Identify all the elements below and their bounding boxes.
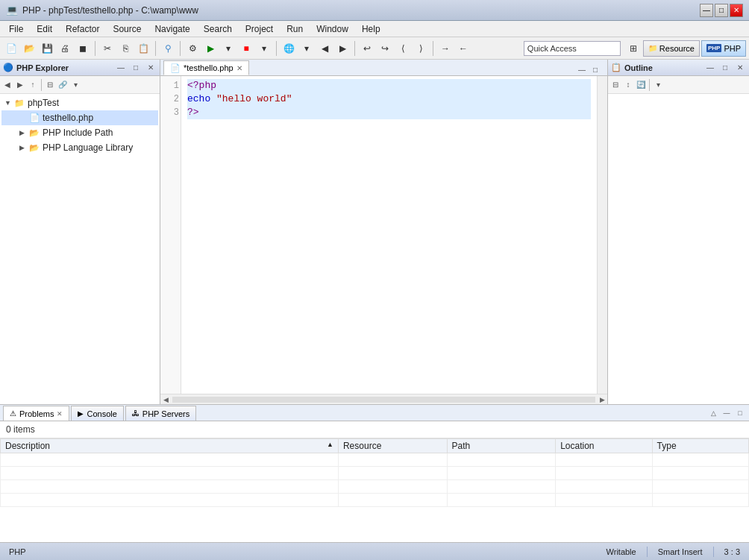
php-servers-label: PHP Servers — [142, 409, 189, 418]
toolbar-copy[interactable]: ⎘ — [117, 40, 134, 57]
toolbar-open[interactable]: 📂 — [21, 40, 37, 57]
bottom-tab-console[interactable]: ▶ Console — [71, 406, 123, 421]
tree-item-include-path[interactable]: ▶ 📂 PHP Include Path — [1, 125, 158, 140]
tree-label-include: PHP Include Path — [43, 128, 113, 138]
toolbar-cut[interactable]: ✂ — [99, 40, 116, 57]
hscroll-left[interactable]: ◀ — [160, 394, 171, 405]
editor-tab-testhello[interactable]: 📄 *testhello.php ✕ — [163, 60, 249, 75]
explorer-forward[interactable]: ▶ — [14, 79, 26, 91]
maximize-button[interactable]: □ — [715, 4, 728, 17]
hscroll-right[interactable]: ▶ — [597, 394, 607, 405]
bottom-tab-problems[interactable]: ⚠ Problems ✕ — [3, 406, 69, 421]
toolbar-browse-drop[interactable]: ▾ — [298, 40, 315, 57]
col-header-type[interactable]: Type — [652, 439, 748, 453]
bottom-panel-max[interactable]: □ — [734, 407, 746, 419]
editor-scrollbar-right[interactable] — [597, 76, 607, 394]
outline-minimize[interactable]: — — [704, 62, 716, 74]
hscroll-track[interactable] — [172, 397, 595, 403]
quick-access-box[interactable]: Quick Access — [524, 41, 621, 56]
col-header-path[interactable]: Path — [447, 439, 556, 453]
outline-maximize[interactable]: □ — [719, 62, 731, 74]
bottom-tab-php-servers[interactable]: 🖧 PHP Servers — [125, 406, 196, 421]
col-header-location[interactable]: Location — [556, 439, 652, 453]
explorer-link[interactable]: 🔗 — [57, 79, 69, 91]
tree-label-testhello: testhello.php — [43, 113, 93, 123]
perspective-php[interactable]: PHP PHP — [701, 40, 746, 57]
menu-search[interactable]: Search — [198, 22, 238, 36]
toolbar-nav-forward[interactable]: ⟩ — [413, 40, 429, 57]
toolbar-print[interactable]: 🖨 — [57, 40, 73, 57]
toolbar-run-btn[interactable]: ▶ — [202, 40, 219, 57]
menu-run[interactable]: Run — [281, 22, 309, 36]
editor-hscroll[interactable]: ◀ ▶ — [160, 394, 607, 404]
tree-item-testhello[interactable]: 📄 testhello.php — [1, 110, 158, 125]
menu-edit[interactable]: Edit — [31, 22, 58, 36]
toolbar-debug-drop[interactable]: ⚙ — [184, 40, 201, 57]
toolbar-undo[interactable]: ↩ — [359, 40, 375, 57]
tab-close-icon[interactable]: ✕ — [236, 64, 242, 72]
tab-header-controls: — □ — [576, 63, 601, 75]
tree-item-language-lib[interactable]: ▶ 📂 PHP Language Library — [1, 140, 158, 155]
perspective-settings[interactable]: ⊞ — [625, 40, 642, 57]
tree-item-phptest[interactable]: ▼ 📁 phpTest — [1, 95, 158, 110]
menu-project[interactable]: Project — [239, 22, 279, 36]
menu-window[interactable]: Window — [310, 22, 354, 36]
php-icon: PHP — [706, 44, 721, 52]
menu-source[interactable]: Source — [107, 22, 147, 36]
cell-desc-3 — [1, 480, 339, 494]
app-icon: 💻 — [6, 4, 18, 16]
toolbar-back[interactable]: ◀ — [316, 40, 333, 57]
status-bar: PHP Writable Smart Insert 3 : 3 — [0, 542, 749, 560]
col-header-resource[interactable]: Resource — [338, 439, 447, 453]
explorer-menu-drop[interactable]: ▾ — [69, 79, 81, 91]
center-panel: 📄 *testhello.php ✕ — □ 1 2 3 <?php echo … — [160, 60, 607, 404]
perspective-resource[interactable]: 📁 Resource — [643, 40, 700, 57]
explorer-collapse[interactable]: ⊟ — [44, 79, 56, 91]
outline-menu[interactable]: ▾ — [652, 79, 664, 91]
toolbar-nav-back[interactable]: ⟨ — [395, 40, 411, 57]
explorer-maximize[interactable]: □ — [130, 62, 142, 74]
toolbar-paste[interactable]: 📋 — [135, 40, 151, 57]
outline-sort[interactable]: ↕ — [622, 79, 634, 91]
explorer-close[interactable]: ✕ — [145, 62, 157, 74]
explorer-up[interactable]: ↑ — [27, 79, 39, 91]
toolbar-browse[interactable]: 🌐 — [281, 40, 297, 57]
editor-tab-minimize[interactable]: — — [576, 63, 588, 75]
editor-area: 1 2 3 <?php echo "hello world" ?> — [160, 76, 607, 394]
close-button[interactable]: ✕ — [730, 4, 743, 17]
toolbar-search[interactable]: ⚲ — [160, 40, 176, 57]
tab-php-icon: 📄 — [170, 63, 181, 73]
toolbar-redo[interactable]: ↪ — [377, 40, 393, 57]
toolbar-new[interactable]: 📄 — [3, 40, 19, 57]
bottom-tab-controls: △ — □ — [707, 407, 746, 421]
outline-sync[interactable]: 🔄 — [635, 79, 647, 91]
cell-type-3 — [652, 480, 748, 494]
echo-keyword: echo — [187, 93, 216, 104]
toolbar-stop[interactable]: ■ — [238, 40, 254, 57]
toolbar-sep2 — [155, 41, 156, 56]
menu-help[interactable]: Help — [356, 22, 386, 36]
toolbar-arrow-right[interactable]: → — [437, 40, 454, 57]
bottom-minimize-icon[interactable]: △ — [707, 407, 719, 419]
minimize-button[interactable]: — — [700, 4, 713, 17]
bottom-panel-min[interactable]: — — [721, 407, 733, 419]
toolbar-unknown1[interactable]: ◼ — [75, 40, 91, 57]
explorer-minimize[interactable]: — — [115, 62, 127, 74]
menu-refactor[interactable]: Refactor — [60, 22, 105, 36]
editor-tab-maximize[interactable]: □ — [589, 63, 601, 75]
toolbar-save[interactable]: 💾 — [39, 40, 55, 57]
code-area[interactable]: <?php echo "hello world" ?> — [181, 76, 597, 394]
toolbar-forward[interactable]: ▶ — [334, 40, 351, 57]
cell-type-4 — [652, 494, 748, 507]
col-header-description[interactable]: Description ▲ — [1, 439, 339, 453]
menu-file[interactable]: File — [3, 22, 29, 36]
problems-close-icon[interactable]: ✕ — [57, 410, 63, 418]
menu-navigate[interactable]: Navigate — [148, 22, 195, 36]
toolbar-run-drop[interactable]: ▾ — [220, 40, 236, 57]
outline-collapse-all[interactable]: ⊟ — [609, 79, 621, 91]
explorer-back[interactable]: ◀ — [1, 79, 13, 91]
toolbar-stop-drop[interactable]: ▾ — [256, 40, 272, 57]
cell-resource-1 — [338, 453, 447, 467]
toolbar-arrow-left[interactable]: ← — [455, 40, 471, 57]
outline-close[interactable]: ✕ — [734, 62, 746, 74]
